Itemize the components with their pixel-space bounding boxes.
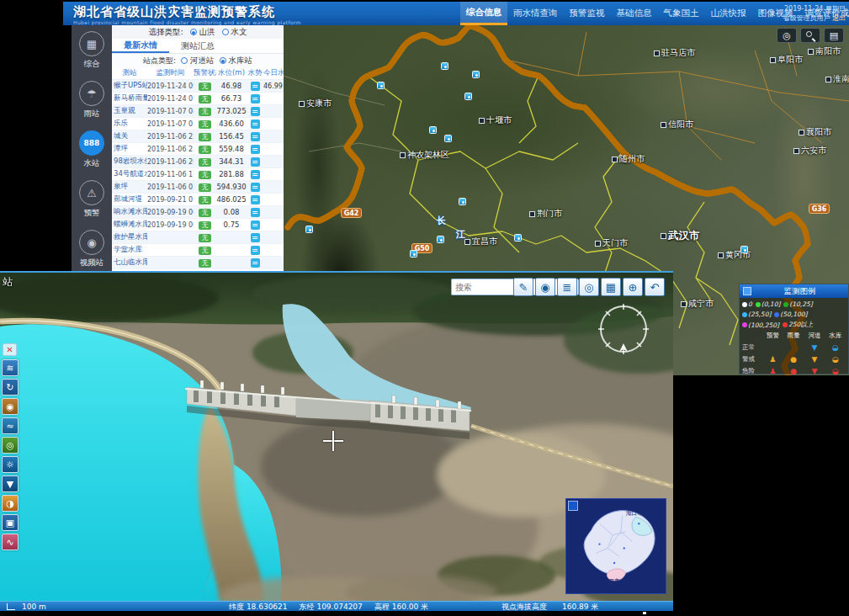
station-marker[interactable] [514,234,522,242]
radio-river-station[interactable]: 河道站 [181,56,215,66]
table-row[interactable]: 郧城河堤2019-09-21 05无486.025= [112,194,284,206]
danger-warning-icon: ♟ [762,368,783,375]
city-marker-icon [595,241,601,247]
table-row[interactable]: 乐乐2019-11-07 03无436.60= [112,118,284,130]
webcam-button[interactable]: ◉ [535,278,555,296]
eye-button[interactable]: ◎ [579,278,599,296]
draw-chart-icon: ✎ [519,281,528,294]
station-marker[interactable] [459,198,466,205]
city-label-shiyan: 十堰市 [479,114,512,126]
table-row[interactable]: 玉皇观2019-11-07 08无773.025= [112,105,284,118]
sidebar-item-video-station[interactable]: ◉ 视频站 [72,224,112,273]
comprehensive-icon: ▦ [79,31,104,56]
warning-status-cell: 无 [194,132,216,141]
city-label-ankang: 安康市 [299,98,332,109]
overview-inset-map[interactable]: 海口市 三亚市 [565,498,666,594]
list-button[interactable]: ≣ [557,278,577,296]
splash-button[interactable]: ☼ [2,456,19,473]
table-row[interactable]: 潭坪2019-11-06 21无559.48= [112,143,284,156]
logout-link[interactable]: 退出 [832,14,846,22]
globe-button[interactable]: ⊕ [623,278,643,296]
radio-reservoir-station[interactable]: 水库站 [220,56,253,66]
close-button[interactable]: ✕ [3,343,17,356]
nav-tab-basic-info[interactable]: 基础信息 [611,2,658,25]
water-level-button[interactable]: ▼ [2,475,19,492]
table-row[interactable]: 救护星水库无= [112,231,284,244]
nav-tab-weather-land[interactable]: 气象国土 [658,2,705,25]
rain-dot-icon [742,312,747,317]
type-filter-row: 选择类型: 山洪 水文 [112,25,284,39]
station-marker[interactable] [437,236,444,243]
table-row[interactable]: 泉坪2019-11-06 05无594.930= [112,181,284,194]
nav-tab-warning-monitor[interactable]: 预警监视 [564,2,611,25]
table-row[interactable]: 响水滩水库(..2019-09-19 00无0.08= [112,206,284,219]
station-marker[interactable] [410,250,417,258]
app-subtitle: Hubei provincial mountain flood disaster… [73,19,301,25]
rain-level-item: 250以上 [783,321,813,329]
landslide-button[interactable]: ◉ [2,398,19,415]
station-marker[interactable] [464,93,472,100]
layers-button[interactable]: ▤ [824,28,844,43]
sediment-button[interactable]: ◑ [2,495,19,512]
sidebar-item-comprehensive[interactable]: ▦ 综合 [72,25,112,75]
table-row[interactable]: 猴子UPS站2019-11-24 09无46.98=46.99 [112,80,284,93]
table-row[interactable]: 七山临水库无= [112,257,284,269]
table-row[interactable]: 螺蛳滩水库(..2019-09-19 06无0.75= [112,219,284,231]
search-button[interactable] [800,28,820,43]
radio-dot-icon [190,29,197,35]
river-label-yangtze-2: 江 [456,228,465,241]
steady-trend-icon: = [251,195,260,204]
undo-button[interactable]: ↶ [645,278,665,296]
compass-ring[interactable] [594,300,653,358]
rain-analysis-button[interactable]: ≋ [2,359,19,376]
sidebar-item-warning[interactable]: ⚠ 预警 [72,174,112,224]
frame-select-button[interactable]: ▣ [2,514,19,531]
station-marker[interactable] [441,62,448,70]
flood-wave-button[interactable]: ≈ [2,417,19,434]
station-marker[interactable] [740,246,748,253]
table-row[interactable]: 学堂水库无= [112,244,284,257]
rotate-view-button[interactable]: ↻ [2,379,19,396]
radio-mountain-flood[interactable]: 山洪 [190,27,215,38]
legend-title: 监测图例 [755,286,845,297]
list-icon: ≣ [563,281,572,294]
warn-reservoir-icon: ◒ [825,356,846,364]
station-name: 响水滩水库(.. [112,207,147,217]
legend-title-bar[interactable]: 监测图例 [740,284,848,298]
station-marker[interactable] [429,126,437,134]
monitor-ring-button[interactable]: ◎ [2,437,19,454]
inset-toggle-button[interactable] [568,501,578,511]
city-label-luan: 六安市 [793,145,826,157]
city-label-xiangyang: 襄阳市 [799,126,831,138]
terrain-3d-scene[interactable]: 站 ✎ ◉ ≣ ◎ ▦ ⊕ ↶ [0,273,673,601]
nav-tab-rain-water-query[interactable]: 雨水情查询 [507,2,564,25]
nav-tab-comprehensive[interactable]: 综合信息 [460,2,507,25]
warning-status-cell: 无 [194,220,216,230]
sidebar-item-rain-station[interactable]: ☂ 雨站 [72,75,112,125]
station-marker[interactable] [377,82,385,89]
station-marker[interactable] [305,226,313,233]
table-row[interactable]: 城关2019-11-06 22无156.45= [112,130,284,143]
section-profile-button[interactable]: ∿ [2,534,19,550]
table-row[interactable]: 34号航道水..2019-11-06 17无281.88= [112,168,284,181]
warn-warning-icon: ♟ [762,356,783,364]
table-row[interactable]: 98岩坝水位..2019-11-06 20无344.31= [112,156,284,168]
nav-tab-flood-bulletin[interactable]: 山洪快报 [705,2,752,25]
locate-button[interactable]: ◎ [777,28,797,43]
table-header: 测站 监测时间 预警状态 水位(m) 水势 今日水位 [112,67,284,80]
station-marker[interactable] [472,71,480,78]
sidebar-item-water-station[interactable]: 888 水站 [72,125,112,174]
water-level: 559.48 [216,145,247,153]
table-row[interactable]: 新马桥雨量..2019-11-24 07无66.73= [112,93,284,105]
station-marker[interactable] [444,135,452,142]
eye-icon: ◎ [584,281,593,294]
draw-chart-button[interactable]: ✎ [513,278,533,296]
radio-hydrology[interactable]: 水文 [222,27,247,38]
monitor-time: 2019-11-06 21 [147,146,194,153]
warning-status-cell: 无 [194,94,216,104]
tab-latest-water[interactable]: 最新水情 [112,39,169,53]
tab-station-summary[interactable]: 测站汇总 [169,39,226,53]
warning-status-cell: 无 [194,157,216,167]
station-name: 郧城河堤 [112,194,147,204]
image-chart-button[interactable]: ▦ [601,278,621,296]
